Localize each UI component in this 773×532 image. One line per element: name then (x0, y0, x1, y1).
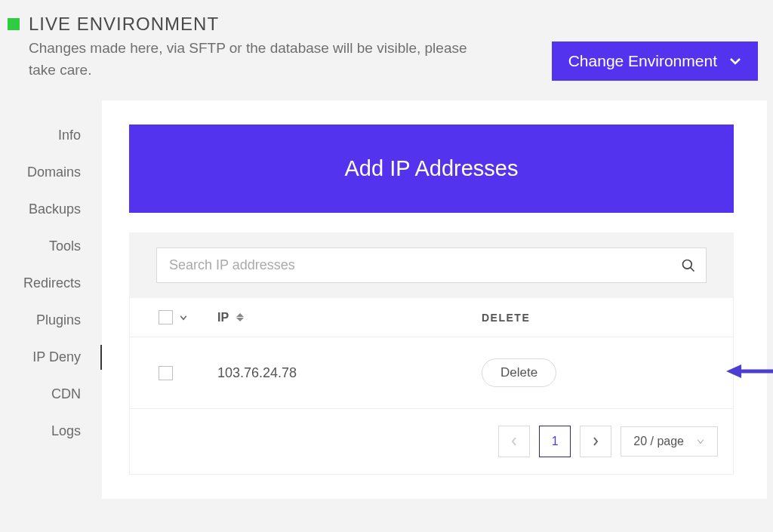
next-page-button[interactable] (580, 426, 611, 457)
sidebar-item-label: Logs (51, 423, 81, 438)
table-row: 103.76.24.78 Delete (130, 337, 733, 408)
change-environment-button[interactable]: Change Environment (552, 42, 758, 81)
search-input[interactable] (156, 248, 707, 283)
table-header: IP DELETE (130, 298, 733, 337)
sidebar-item-info[interactable]: Info (0, 117, 102, 154)
ip-table: IP DELETE 103.76.24.78 Delete (129, 298, 734, 475)
chevron-right-icon (592, 436, 599, 447)
search-bar-container (129, 232, 734, 298)
chevron-down-icon (729, 55, 741, 67)
sidebar-item-logs[interactable]: Logs (0, 413, 102, 450)
add-ip-label: Add IP Addresses (344, 156, 518, 180)
row-checkbox[interactable] (159, 366, 173, 380)
sidebar-item-label: Redirects (23, 275, 81, 291)
sidebar-item-label: Tools (49, 238, 81, 254)
page-number-button[interactable]: 1 (539, 426, 571, 457)
sidebar-item-label: Info (58, 128, 81, 143)
sidebar-item-label: Plugins (36, 312, 81, 328)
sidebar-item-label: Domains (27, 165, 81, 180)
svg-point-0 (683, 260, 692, 269)
sidebar-item-label: CDN (51, 386, 81, 401)
svg-line-1 (691, 267, 694, 271)
sidebar-item-label: Backups (29, 201, 81, 217)
delete-button[interactable]: Delete (482, 358, 556, 387)
page-size-select[interactable]: 20 / page (621, 426, 718, 457)
sidebar-item-label: IP Deny (32, 349, 81, 364)
delete-label: Delete (500, 365, 537, 380)
sidebar-item-cdn[interactable]: CDN (0, 376, 102, 413)
page-number-label: 1 (552, 435, 559, 448)
add-ip-addresses-button[interactable]: Add IP Addresses (129, 125, 734, 213)
sort-icon (236, 313, 244, 321)
table-footer: 1 20 / page (130, 408, 733, 474)
main-content: Add IP Addresses IP DELETE (102, 100, 767, 499)
change-environment-label: Change Environment (568, 52, 717, 70)
sidebar-item-tools[interactable]: Tools (0, 228, 102, 265)
column-header-ip[interactable]: IP (217, 311, 482, 324)
sidebar-item-backups[interactable]: Backups (0, 191, 102, 228)
page-size-label: 20 / page (633, 435, 684, 448)
column-header-delete: DELETE (482, 312, 530, 324)
sidebar-item-redirects[interactable]: Redirects (0, 265, 102, 302)
sidebar-item-domains[interactable]: Domains (0, 154, 102, 191)
env-subtitle: Changes made here, via SFTP or the datab… (29, 38, 497, 81)
env-title: LIVE ENVIRONMENT (29, 14, 552, 35)
sidebar: Info Domains Backups Tools Redirects Plu… (0, 100, 102, 499)
annotation-arrow (726, 362, 773, 383)
sidebar-item-plugins[interactable]: Plugins (0, 302, 102, 339)
header-banner: LIVE ENVIRONMENT Changes made here, via … (0, 0, 773, 100)
column-delete-label: DELETE (482, 312, 530, 324)
sidebar-item-ip-deny[interactable]: IP Deny (0, 339, 102, 376)
chevron-left-icon (510, 436, 518, 447)
select-all-checkbox[interactable] (159, 310, 173, 324)
env-status-indicator (8, 18, 20, 30)
chevron-down-icon (696, 437, 705, 446)
svg-marker-3 (726, 364, 741, 378)
search-icon (681, 258, 696, 273)
column-ip-label: IP (217, 311, 229, 324)
prev-page-button[interactable] (498, 426, 530, 457)
ip-cell: 103.76.24.78 (217, 365, 482, 381)
chevron-down-icon[interactable] (179, 313, 188, 322)
